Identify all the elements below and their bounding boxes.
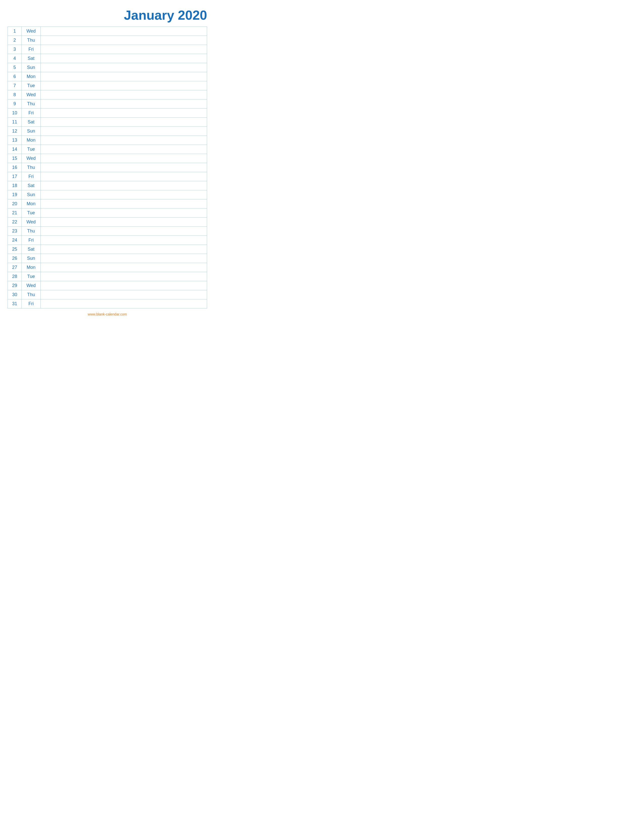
day-number: 15: [8, 154, 22, 163]
day-number: 11: [8, 117, 22, 127]
day-weekday: Mon: [22, 136, 41, 145]
day-weekday: Wed: [22, 27, 41, 36]
day-notes: [41, 209, 207, 217]
day-weekday: Thu: [22, 100, 41, 109]
day-weekday: Fri: [22, 172, 41, 181]
day-number: 21: [8, 209, 22, 217]
day-notes: [41, 154, 207, 163]
day-notes: [41, 299, 207, 309]
day-notes: [41, 227, 207, 236]
table-row: 30Thu: [8, 290, 207, 299]
day-notes: [41, 81, 207, 90]
table-row: 5Sun: [8, 63, 207, 72]
day-notes: [41, 54, 207, 63]
table-row: 17Fri: [8, 172, 207, 181]
day-weekday: Tue: [22, 209, 41, 217]
day-number: 16: [8, 163, 22, 172]
day-number: 3: [8, 45, 22, 54]
day-number: 31: [8, 299, 22, 309]
table-row: 27Mon: [8, 263, 207, 272]
day-weekday: Fri: [22, 109, 41, 117]
day-number: 10: [8, 109, 22, 117]
table-row: 18Sat: [8, 181, 207, 190]
day-weekday: Wed: [22, 217, 41, 227]
day-weekday: Thu: [22, 36, 41, 45]
day-number: 1: [8, 27, 22, 36]
day-weekday: Thu: [22, 163, 41, 172]
day-number: 5: [8, 63, 22, 72]
table-row: 23Thu: [8, 227, 207, 236]
day-notes: [41, 36, 207, 45]
day-number: 23: [8, 227, 22, 236]
day-weekday: Sat: [22, 181, 41, 190]
day-weekday: Sun: [22, 190, 41, 199]
table-row: 6Mon: [8, 72, 207, 81]
day-notes: [41, 163, 207, 172]
day-weekday: Thu: [22, 290, 41, 299]
day-weekday: Sun: [22, 254, 41, 263]
day-notes: [41, 72, 207, 81]
day-notes: [41, 290, 207, 299]
day-notes: [41, 117, 207, 127]
table-row: 14Tue: [8, 145, 207, 154]
day-number: 8: [8, 90, 22, 100]
calendar-table: 1Wed2Thu3Fri4Sat5Sun6Mon7Tue8Wed9Thu10Fr…: [8, 26, 207, 309]
table-row: 31Fri: [8, 299, 207, 309]
day-notes: [41, 136, 207, 145]
day-number: 24: [8, 236, 22, 245]
table-row: 28Tue: [8, 272, 207, 281]
day-weekday: Wed: [22, 90, 41, 100]
day-number: 19: [8, 190, 22, 199]
day-notes: [41, 45, 207, 54]
day-number: 26: [8, 254, 22, 263]
day-notes: [41, 272, 207, 281]
table-row: 11Sat: [8, 117, 207, 127]
day-weekday: Mon: [22, 263, 41, 272]
day-number: 25: [8, 245, 22, 254]
table-row: 8Wed: [8, 90, 207, 100]
day-number: 17: [8, 172, 22, 181]
day-notes: [41, 254, 207, 263]
day-notes: [41, 27, 207, 36]
table-row: 26Sun: [8, 254, 207, 263]
day-notes: [41, 63, 207, 72]
day-notes: [41, 172, 207, 181]
day-weekday: Sat: [22, 245, 41, 254]
day-number: 28: [8, 272, 22, 281]
day-weekday: Mon: [22, 199, 41, 209]
table-row: 25Sat: [8, 245, 207, 254]
day-number: 7: [8, 81, 22, 90]
day-weekday: Fri: [22, 236, 41, 245]
day-weekday: Fri: [22, 299, 41, 309]
day-notes: [41, 199, 207, 209]
day-notes: [41, 100, 207, 109]
day-number: 6: [8, 72, 22, 81]
day-weekday: Sun: [22, 127, 41, 136]
table-row: 19Sun: [8, 190, 207, 199]
day-number: 2: [8, 36, 22, 45]
day-number: 18: [8, 181, 22, 190]
table-row: 3Fri: [8, 45, 207, 54]
day-notes: [41, 181, 207, 190]
day-number: 22: [8, 217, 22, 227]
day-notes: [41, 217, 207, 227]
day-weekday: Wed: [22, 154, 41, 163]
table-row: 12Sun: [8, 127, 207, 136]
day-weekday: Tue: [22, 81, 41, 90]
day-number: 4: [8, 54, 22, 63]
table-row: 2Thu: [8, 36, 207, 45]
day-notes: [41, 281, 207, 290]
day-number: 9: [8, 100, 22, 109]
day-number: 14: [8, 145, 22, 154]
day-weekday: Fri: [22, 45, 41, 54]
table-row: 24Fri: [8, 236, 207, 245]
day-weekday: Sat: [22, 117, 41, 127]
day-number: 27: [8, 263, 22, 272]
table-row: 10Fri: [8, 109, 207, 117]
day-number: 29: [8, 281, 22, 290]
day-number: 12: [8, 127, 22, 136]
day-number: 20: [8, 199, 22, 209]
day-weekday: Wed: [22, 281, 41, 290]
day-weekday: Tue: [22, 272, 41, 281]
day-notes: [41, 263, 207, 272]
